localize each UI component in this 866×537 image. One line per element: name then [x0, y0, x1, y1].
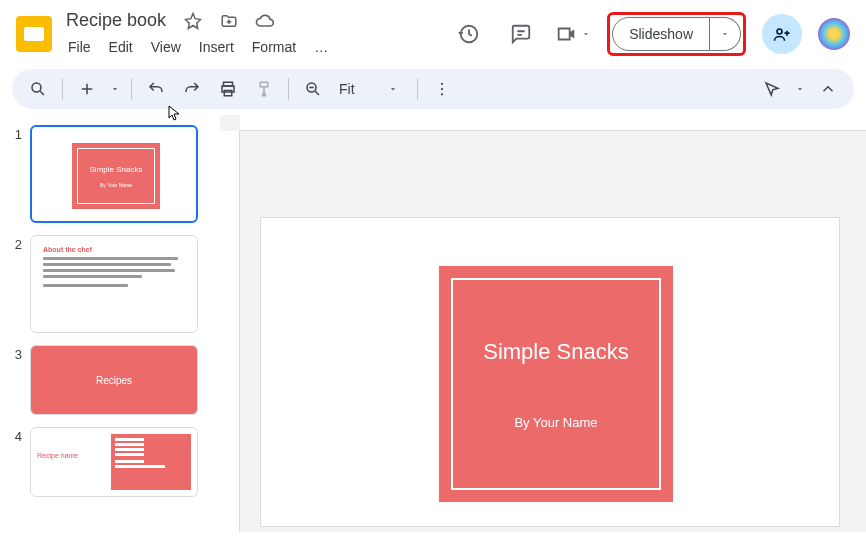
slide-thumb-1[interactable]: 1 Simple Snacks By Your Name [8, 125, 212, 223]
thumbnail[interactable]: Recipes [30, 345, 198, 415]
menu-view[interactable]: View [143, 35, 189, 59]
slide-panel[interactable]: 1 Simple Snacks By Your Name 2 About the… [0, 115, 220, 532]
horizontal-ruler [240, 115, 866, 131]
svg-point-8 [441, 93, 443, 95]
thumbnail[interactable]: About the chef [30, 235, 198, 333]
thumb-title: Recipes [96, 375, 132, 386]
svg-point-0 [777, 29, 782, 34]
share-button[interactable] [762, 14, 802, 54]
history-icon[interactable] [451, 16, 487, 52]
redo-button[interactable] [176, 73, 208, 105]
collapse-toolbar-icon[interactable] [812, 73, 844, 105]
zoom-icon[interactable] [297, 73, 329, 105]
header-right: Slideshow [451, 12, 850, 56]
slides-logo[interactable] [16, 16, 52, 52]
slideshow-dropdown[interactable] [710, 17, 741, 51]
account-avatar[interactable] [818, 18, 850, 50]
separator [62, 78, 63, 100]
cloud-status-icon[interactable] [254, 10, 276, 32]
menu-more[interactable]: … [306, 35, 336, 59]
slideshow-highlight: Slideshow [607, 12, 746, 56]
vertical-ruler [220, 131, 240, 532]
title-area: Recipe book File Edit View Insert Format… [60, 8, 336, 59]
slideshow-button[interactable]: Slideshow [612, 17, 710, 51]
slide-number: 4 [8, 427, 22, 497]
undo-button[interactable] [140, 73, 172, 105]
app-header: Recipe book File Edit View Insert Format… [0, 0, 866, 63]
zoom-dropdown[interactable] [377, 73, 409, 105]
thumbnail[interactable]: Simple Snacks By Your Name [30, 125, 198, 223]
title-box[interactable]: Simple Snacks By Your Name [439, 266, 673, 502]
star-icon[interactable] [182, 10, 204, 32]
slide-title-text[interactable]: Simple Snacks [483, 339, 629, 365]
comments-icon[interactable] [503, 16, 539, 52]
slide-number: 2 [8, 235, 22, 333]
separator [417, 78, 418, 100]
slide-subtitle-text[interactable]: By Your Name [514, 415, 597, 430]
canvas-area[interactable]: Simple Snacks By Your Name [220, 115, 866, 532]
menu-format[interactable]: Format [244, 35, 304, 59]
svg-point-1 [32, 83, 41, 92]
more-tools-icon[interactable] [426, 73, 458, 105]
pointer-mode-icon[interactable] [756, 73, 788, 105]
separator [288, 78, 289, 100]
new-slide-dropdown[interactable] [107, 73, 123, 105]
thumb-subtitle: By Your Name [100, 182, 132, 188]
slide-canvas[interactable]: Simple Snacks By Your Name [260, 217, 840, 527]
search-icon[interactable] [22, 73, 54, 105]
thumb-title: Recipe name [37, 452, 105, 459]
thumb-title: About the chef [43, 246, 185, 253]
svg-point-6 [441, 83, 443, 85]
main-area: 1 Simple Snacks By Your Name 2 About the… [0, 115, 866, 532]
menu-insert[interactable]: Insert [191, 35, 242, 59]
menubar: File Edit View Insert Format … [60, 35, 336, 59]
slide-number: 1 [8, 125, 22, 223]
slide-thumb-2[interactable]: 2 About the chef [8, 235, 212, 333]
zoom-level[interactable]: Fit [333, 81, 373, 97]
slide-thumb-3[interactable]: 3 Recipes [8, 345, 212, 415]
slide-number: 3 [8, 345, 22, 415]
svg-point-7 [441, 88, 443, 90]
paint-format-button[interactable] [248, 73, 280, 105]
thumbnail[interactable]: Recipe name [30, 427, 198, 497]
toolbar: Fit [12, 69, 854, 109]
move-icon[interactable] [218, 10, 240, 32]
print-button[interactable] [212, 73, 244, 105]
menu-edit[interactable]: Edit [101, 35, 141, 59]
slide-thumb-4[interactable]: 4 Recipe name [8, 427, 212, 497]
menu-file[interactable]: File [60, 35, 99, 59]
meet-button[interactable] [555, 16, 591, 52]
thumb-title: Simple Snacks [90, 165, 143, 174]
separator [131, 78, 132, 100]
document-title[interactable]: Recipe book [60, 8, 172, 33]
new-slide-button[interactable] [71, 73, 103, 105]
pointer-dropdown[interactable] [792, 73, 808, 105]
